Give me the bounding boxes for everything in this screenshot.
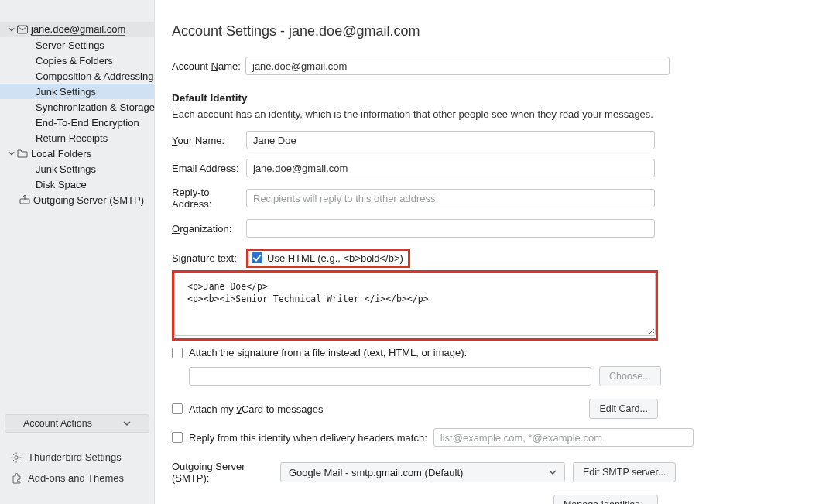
manage-identities-row: Manage Identities...	[172, 495, 658, 504]
your-name-row: Your Name:	[172, 131, 836, 149]
account-name-input[interactable]	[245, 57, 670, 75]
signature-textarea[interactable]	[174, 273, 656, 336]
reply-match-label: Reply from this identity when delivery h…	[189, 432, 427, 444]
use-html-checkbox[interactable]	[252, 252, 262, 263]
account-name-label: Account Name:	[172, 60, 245, 72]
sidebar-item-lf-disk[interactable]: Disk Space	[0, 177, 154, 192]
folder-icon	[17, 149, 28, 158]
use-html-label: Use HTML (e.g., <b>bold</b>)	[267, 252, 403, 264]
outgoing-label: Outgoing Server (SMTP)	[33, 194, 144, 206]
smtp-select[interactable]: Google Mail - smtp.gmail.com (Default)	[280, 462, 565, 482]
account-name-row: Account Name:	[172, 57, 836, 75]
chevron-down-icon	[123, 420, 131, 427]
outgoing-smtp-row[interactable]: Outgoing Server (SMTP)	[0, 192, 154, 207]
svg-line-9	[13, 460, 14, 461]
local-folders-label: Local Folders	[31, 148, 91, 159]
puzzle-icon	[11, 473, 22, 484]
manage-identities-button[interactable]: Manage Identities...	[553, 495, 658, 504]
thunderbird-settings-label: Thunderbird Settings	[28, 451, 122, 463]
svg-point-2	[15, 455, 18, 458]
signature-highlight	[172, 270, 658, 341]
smtp-row: Outgoing Server (SMTP): Google Mail - sm…	[172, 461, 836, 484]
organization-row: Organization:	[172, 219, 836, 238]
gear-icon	[11, 452, 22, 463]
your-name-input[interactable]	[246, 131, 655, 149]
chevron-down-icon	[549, 469, 557, 475]
chevron-down-icon	[8, 150, 15, 156]
svg-line-7	[13, 454, 14, 454]
main-content: Account Settings - jane.doe@gmail.com Ac…	[155, 0, 836, 504]
sidebar-item-return-receipts[interactable]: Return Receipts	[0, 130, 154, 146]
sidebar-item-lf-junk[interactable]: Junk Settings	[0, 161, 154, 177]
page-title: Account Settings - jane.doe@gmail.com	[172, 23, 836, 39]
thunderbird-settings-link[interactable]: Thunderbird Settings	[5, 447, 149, 468]
email-input[interactable]	[246, 159, 655, 177]
attach-file-label: Attach the signature from a file instead…	[189, 347, 467, 358]
smtp-label: Outgoing Server (SMTP):	[172, 461, 272, 484]
reply-to-input[interactable]	[246, 189, 655, 207]
vcard-row: Attach my vCard to messages Edit Card...	[172, 399, 658, 419]
sidebar-item-server-settings[interactable]: Server Settings	[0, 37, 154, 53]
attach-file-row: Attach the signature from a file instead…	[172, 347, 836, 358]
choose-button: Choose...	[599, 366, 661, 386]
signature-row: Signature text: Use HTML (e.g., <b>bold<…	[172, 247, 836, 269]
organization-input[interactable]	[246, 219, 655, 238]
your-name-label: Your Name:	[172, 135, 246, 146]
sidebar-bottom: Account Actions Thunderbird Settings Add…	[0, 410, 154, 504]
sidebar-item-junk[interactable]: Junk Settings	[0, 84, 154, 99]
local-folders-row[interactable]: Local Folders	[0, 146, 154, 161]
smtp-value: Google Mail - smtp.gmail.com (Default)	[289, 467, 463, 478]
attach-vcard-checkbox[interactable]	[172, 403, 183, 414]
reply-match-checkbox[interactable]	[172, 432, 183, 443]
account-tree: jane.doe@gmail.com Server Settings Copie…	[0, 0, 154, 410]
attach-vcard-label: Attach my vCard to messages	[189, 403, 323, 415]
reply-to-row: Reply-to Address:	[172, 187, 836, 210]
attach-file-checkbox[interactable]	[172, 348, 183, 358]
addons-label: Add-ons and Themes	[28, 472, 124, 484]
edit-smtp-button[interactable]: Edit SMTP server...	[573, 462, 676, 482]
account-row[interactable]: jane.doe@gmail.com	[0, 22, 154, 37]
account-label: jane.doe@gmail.com	[31, 23, 125, 36]
mail-account-icon	[17, 25, 28, 34]
sidebar-item-e2e[interactable]: End-To-End Encryption	[0, 115, 154, 130]
default-identity-heading: Default Identity	[172, 92, 836, 104]
identity-description: Each account has an identity, which is t…	[172, 108, 836, 120]
sidebar-item-composition[interactable]: Composition & Addressing	[0, 68, 154, 84]
use-html-highlight: Use HTML (e.g., <b>bold</b>)	[246, 249, 410, 268]
svg-line-10	[19, 454, 19, 454]
chevron-down-icon	[8, 26, 15, 33]
outbox-icon	[19, 195, 30, 204]
sidebar-item-sync[interactable]: Synchronization & Storage	[0, 99, 154, 115]
addons-link[interactable]: Add-ons and Themes	[5, 468, 149, 489]
edit-card-button[interactable]: Edit Card...	[589, 399, 658, 419]
email-label: Email Address:	[172, 163, 246, 174]
account-actions-label: Account Actions	[23, 418, 92, 429]
reply-match-input[interactable]	[433, 428, 694, 447]
svg-line-8	[19, 460, 19, 461]
sidebar: jane.doe@gmail.com Server Settings Copie…	[0, 0, 155, 504]
email-row: Email Address:	[172, 159, 836, 177]
signature-label: Signature text:	[172, 252, 246, 264]
reply-to-label: Reply-to Address:	[172, 187, 246, 210]
organization-label: Organization:	[172, 223, 246, 235]
reply-match-row: Reply from this identity when delivery h…	[172, 428, 836, 447]
account-actions-button[interactable]: Account Actions	[5, 414, 149, 433]
file-chooser-row: Choose...	[189, 366, 836, 386]
sidebar-item-copies-folders[interactable]: Copies & Folders	[0, 53, 154, 68]
svg-rect-0	[18, 26, 28, 33]
signature-file-input	[189, 367, 591, 386]
